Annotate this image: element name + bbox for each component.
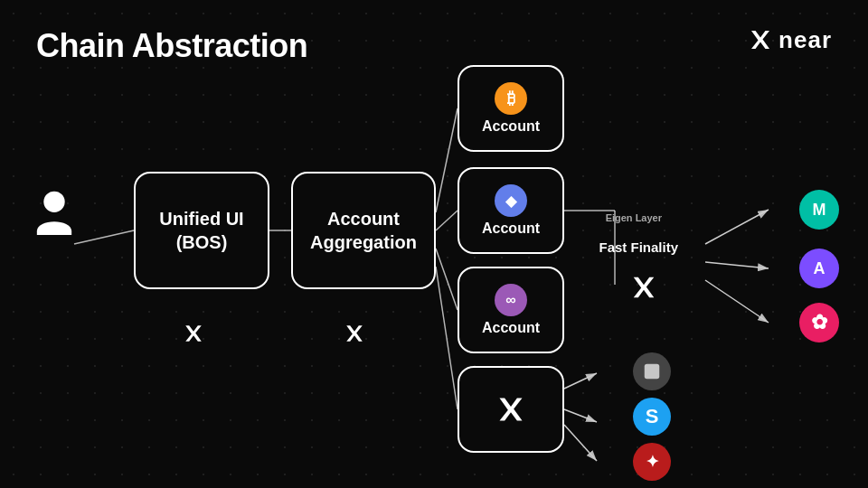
circle-a-label: A	[814, 259, 826, 278]
svg-line-4	[436, 249, 458, 310]
svg-line-11	[705, 280, 769, 323]
r-icon	[642, 361, 662, 381]
btc-icon: ₿	[495, 82, 527, 115]
svg-line-9	[705, 210, 769, 244]
purple-coin-icon: ∞	[495, 284, 527, 316]
near-logo-unified	[181, 321, 206, 351]
svg-line-0	[74, 230, 134, 244]
eigen-layer-label: Eigen Layer	[606, 212, 662, 223]
near-logo-icon	[746, 25, 775, 54]
fast-finality-label: Fast Finality	[599, 239, 678, 255]
circle-s: S	[633, 398, 671, 436]
svg-line-5	[436, 267, 458, 409]
near-icon-fast-finality	[627, 271, 660, 310]
unified-ui-box: Unified UI(BOS)	[134, 172, 269, 289]
account-aggregation-label: Account Aggregation	[293, 207, 434, 254]
near-logo: near	[746, 25, 832, 54]
account-box-1: ₿ Account	[458, 65, 564, 152]
circle-flower-label: ✿	[811, 311, 827, 334]
circle-m-label: M	[813, 201, 826, 220]
svg-line-14	[564, 425, 597, 461]
svg-rect-17	[645, 364, 660, 380]
near-icon-in-box	[493, 391, 529, 427]
user-icon	[34, 190, 74, 235]
near-text: near	[778, 26, 832, 54]
svg-line-10	[705, 262, 769, 268]
circle-flower: ✿	[799, 303, 839, 343]
circle-link: ✦	[633, 443, 671, 481]
near-logo-aggregation	[342, 321, 367, 351]
account-label-1: Account	[482, 118, 540, 135]
svg-line-2	[436, 108, 458, 212]
svg-point-16	[43, 192, 64, 212]
account-aggregation-box: Account Aggregation	[291, 172, 436, 289]
account-label-2: Account	[482, 221, 540, 237]
unified-ui-label: Unified UI(BOS)	[159, 207, 243, 254]
account-box-3: ∞ Account	[458, 267, 564, 353]
near-account-box	[458, 366, 564, 453]
svg-line-12	[564, 373, 597, 389]
svg-line-3	[436, 211, 458, 230]
page-title: Chain Abstraction	[36, 27, 307, 65]
svg-line-13	[564, 409, 597, 422]
circle-r	[633, 352, 671, 390]
circle-a: A	[799, 249, 839, 288]
eth-icon: ◆	[495, 184, 527, 217]
circle-m: M	[799, 190, 839, 230]
page-container: Chain Abstraction near	[0, 0, 868, 488]
account-label-3: Account	[482, 320, 540, 336]
account-box-2: ◆ Account	[458, 167, 564, 254]
user-silhouette	[34, 190, 74, 235]
